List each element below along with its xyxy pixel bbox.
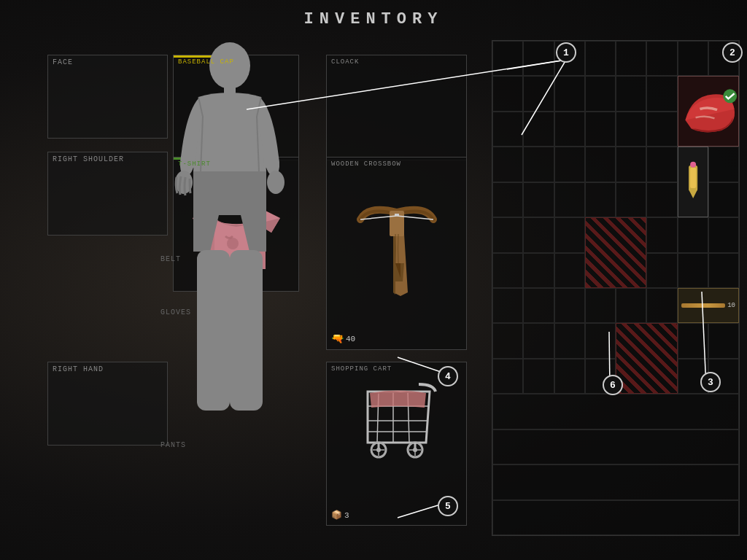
grid-cell[interactable] [646, 253, 677, 288]
grid-cell[interactable] [492, 394, 739, 429]
grid-cell[interactable] [523, 253, 554, 288]
grid-cell[interactable] [492, 41, 523, 76]
grid-cell[interactable] [492, 217, 523, 252]
slot-face-label: FACE [53, 58, 73, 66]
grid-cell[interactable] [646, 147, 677, 182]
grid-cell[interactable] [646, 217, 677, 252]
grid-cell[interactable] [585, 288, 616, 323]
pants-label: PANTS [160, 441, 186, 449]
slot-face[interactable]: FACE [47, 55, 168, 139]
item-label-cloack: CLOACK [331, 58, 359, 66]
grid-cell[interactable] [708, 253, 739, 288]
grid-item-knife[interactable] [678, 147, 708, 217]
ammo-bar-visual [681, 303, 726, 308]
grid-cell[interactable] [585, 147, 616, 182]
inventory-screen: INVENTORY FACE RIGHT SHOULDER RIGHT HAND… [0, 0, 747, 560]
grid-cell[interactable] [554, 147, 585, 182]
svg-rect-28 [197, 250, 230, 411]
number-badge-5: 5 [438, 496, 458, 516]
meat-icon [678, 77, 739, 146]
grid-cell[interactable] [616, 182, 646, 217]
grid-cell[interactable] [492, 288, 523, 323]
grid-cell[interactable] [616, 41, 646, 76]
grid-cell[interactable] [492, 464, 739, 499]
inventory-grid-panel: 10 [492, 40, 740, 536]
grid-cell[interactable] [492, 76, 523, 111]
item-slot-crossbow[interactable]: WOODEN CROSSBOW [326, 157, 467, 350]
grid-cell[interactable] [492, 429, 739, 464]
blocked-grid-area-1 [585, 217, 647, 288]
grid-cell[interactable] [585, 41, 616, 76]
grid-cell[interactable] [585, 182, 616, 217]
grid-cell[interactable] [585, 112, 616, 147]
grid-cell[interactable] [523, 112, 554, 147]
grid-cell[interactable] [616, 112, 646, 147]
grid-cell[interactable] [523, 359, 554, 394]
grid-cell[interactable] [646, 288, 677, 323]
grid-item-meat[interactable] [678, 76, 740, 147]
grid-cell[interactable] [708, 217, 739, 252]
slot-right-hand[interactable]: RIGHT HAND [47, 362, 168, 446]
grid-cell[interactable] [523, 217, 554, 252]
grid-cell[interactable] [585, 76, 616, 111]
svg-rect-7 [395, 214, 399, 216]
grid-cell[interactable] [523, 41, 554, 76]
grid-cell[interactable] [554, 76, 585, 111]
grid-cell[interactable] [492, 500, 739, 535]
grid-cell[interactable] [554, 323, 585, 358]
grid-cell[interactable] [554, 253, 585, 288]
grid-cell[interactable] [616, 76, 646, 111]
character-body-svg [153, 40, 306, 521]
grid-cell[interactable] [708, 323, 739, 358]
grid-cell[interactable] [523, 147, 554, 182]
grid-cell[interactable] [646, 76, 677, 111]
grid-cell[interactable] [492, 147, 523, 182]
grid-cell[interactable] [585, 323, 616, 358]
grid-cell[interactable] [523, 288, 554, 323]
grid-cell[interactable] [492, 323, 523, 358]
grid-cell[interactable] [523, 182, 554, 217]
slot-right-shoulder[interactable]: RIGHT SHOULDER [47, 152, 168, 236]
grid-cell[interactable] [492, 112, 523, 147]
number-badge-1: 1 [556, 42, 576, 63]
grid-cell[interactable] [646, 182, 677, 217]
slot-right-shoulder-label: RIGHT SHOULDER [53, 155, 124, 163]
grid-cell[interactable] [492, 253, 523, 288]
item-label-crossbow: WOODEN CROSSBOW [331, 160, 401, 168]
grid-cell[interactable] [646, 112, 677, 147]
number-badge-2: 2 [722, 42, 743, 63]
grid-cell[interactable] [708, 147, 739, 182]
grid-cell[interactable] [678, 323, 708, 358]
grid-cell[interactable] [616, 147, 646, 182]
grid-cell[interactable] [708, 182, 739, 217]
grid-cell[interactable] [523, 323, 554, 358]
grid-item-ammo-bar[interactable]: 10 [678, 288, 740, 323]
crossbow-icon [346, 176, 448, 322]
cart-image [349, 377, 444, 490]
svg-point-24 [209, 42, 250, 89]
grid-cell[interactable] [554, 288, 585, 323]
grid-cell[interactable] [492, 182, 523, 217]
item-slot-cloack[interactable]: CLOACK [326, 55, 467, 160]
number-badge-6: 6 [603, 375, 623, 395]
grid-cell[interactable] [616, 288, 646, 323]
cart-icon [349, 377, 444, 486]
grid-cell[interactable] [678, 41, 708, 76]
character-figure: BELT GLOVES PANTS [153, 40, 306, 521]
grid-cell[interactable] [492, 359, 523, 394]
grid-cell[interactable] [523, 76, 554, 111]
crossbow-ammo-count: 🔫 40 [331, 332, 355, 345]
grid-cell[interactable] [554, 359, 585, 394]
grid-cell[interactable] [554, 182, 585, 217]
grid-cell[interactable] [678, 217, 708, 252]
grid-cell[interactable] [554, 217, 585, 252]
item-label-tshirt: T-SHIRT [178, 160, 211, 168]
grid-cell[interactable] [678, 253, 708, 288]
number-badge-3: 3 [700, 372, 721, 392]
ammo-number: 40 [346, 335, 355, 343]
ammo-bar-count: 10 [727, 302, 735, 309]
grid-cell[interactable] [554, 112, 585, 147]
grid-cell[interactable] [646, 41, 677, 76]
slot-right-hand-label: RIGHT HAND [53, 365, 104, 373]
svg-point-33 [690, 162, 696, 168]
